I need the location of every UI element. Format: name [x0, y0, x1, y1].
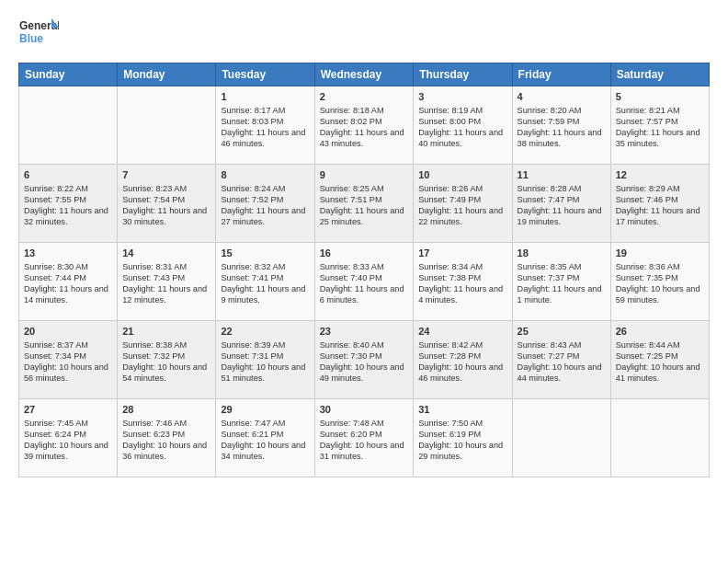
day-cell: 22Sunrise: 8:39 AM Sunset: 7:31 PM Dayli…: [216, 321, 314, 399]
day-info: Sunrise: 8:19 AM Sunset: 8:00 PM Dayligh…: [418, 106, 506, 150]
day-cell: 26Sunrise: 8:44 AM Sunset: 7:25 PM Dayli…: [610, 321, 709, 399]
day-info: Sunrise: 8:32 AM Sunset: 7:41 PM Dayligh…: [221, 262, 309, 306]
day-number: 8: [221, 168, 309, 182]
col-header-monday: Monday: [118, 63, 216, 86]
day-number: 9: [320, 168, 409, 182]
day-info: Sunrise: 7:48 AM Sunset: 6:20 PM Dayligh…: [320, 419, 409, 463]
day-cell: 29Sunrise: 7:47 AM Sunset: 6:21 PM Dayli…: [216, 399, 314, 477]
logo: General Blue: [18, 15, 59, 55]
day-cell: 2Sunrise: 8:18 AM Sunset: 8:02 PM Daylig…: [314, 86, 414, 165]
day-info: Sunrise: 8:40 AM Sunset: 7:30 PM Dayligh…: [320, 340, 409, 385]
day-info: Sunrise: 8:44 AM Sunset: 7:25 PM Dayligh…: [616, 340, 704, 385]
day-info: Sunrise: 8:39 AM Sunset: 7:31 PM Dayligh…: [221, 340, 309, 385]
day-cell: 13Sunrise: 8:30 AM Sunset: 7:44 PM Dayli…: [19, 243, 118, 321]
day-number: 13: [24, 247, 112, 260]
day-cell: 11Sunrise: 8:28 AM Sunset: 7:47 PM Dayli…: [512, 165, 610, 243]
day-cell: 7Sunrise: 8:23 AM Sunset: 7:54 PM Daylig…: [118, 165, 216, 243]
day-number: 24: [418, 325, 506, 339]
page: General Blue SundayMondayTuesdayWednesda…: [0, 0, 728, 563]
week-row-2: 6Sunrise: 8:22 AM Sunset: 7:55 PM Daylig…: [19, 165, 710, 243]
day-number: 18: [518, 247, 606, 260]
day-info: Sunrise: 8:17 AM Sunset: 8:03 PM Dayligh…: [221, 106, 309, 150]
day-number: 30: [320, 403, 409, 417]
day-number: 7: [122, 168, 210, 182]
col-header-saturday: Saturday: [610, 63, 709, 86]
day-number: 21: [122, 325, 210, 339]
col-header-sunday: Sunday: [19, 63, 118, 86]
day-info: Sunrise: 7:50 AM Sunset: 6:19 PM Dayligh…: [418, 419, 506, 463]
day-cell: 16Sunrise: 8:33 AM Sunset: 7:40 PM Dayli…: [314, 243, 414, 321]
day-number: 2: [320, 90, 409, 104]
week-row-4: 20Sunrise: 8:37 AM Sunset: 7:34 PM Dayli…: [19, 321, 710, 399]
day-cell: 14Sunrise: 8:31 AM Sunset: 7:43 PM Dayli…: [118, 243, 216, 321]
day-info: Sunrise: 7:45 AM Sunset: 6:24 PM Dayligh…: [24, 419, 112, 463]
day-info: Sunrise: 8:33 AM Sunset: 7:40 PM Dayligh…: [320, 262, 409, 306]
day-number: 29: [221, 403, 309, 417]
col-header-thursday: Thursday: [414, 63, 512, 86]
day-cell: 21Sunrise: 8:38 AM Sunset: 7:32 PM Dayli…: [118, 321, 216, 399]
day-number: 19: [616, 247, 704, 260]
day-cell: 4Sunrise: 8:20 AM Sunset: 7:59 PM Daylig…: [512, 86, 610, 165]
day-cell: 3Sunrise: 8:19 AM Sunset: 8:00 PM Daylig…: [414, 86, 512, 165]
day-number: 15: [221, 247, 309, 260]
day-info: Sunrise: 8:31 AM Sunset: 7:43 PM Dayligh…: [122, 262, 210, 306]
day-number: 3: [418, 90, 506, 104]
day-cell: 28Sunrise: 7:46 AM Sunset: 6:23 PM Dayli…: [118, 399, 216, 477]
day-cell: 12Sunrise: 8:29 AM Sunset: 7:46 PM Dayli…: [610, 165, 709, 243]
day-info: Sunrise: 8:23 AM Sunset: 7:54 PM Dayligh…: [122, 184, 210, 228]
day-cell: 23Sunrise: 8:40 AM Sunset: 7:30 PM Dayli…: [314, 321, 414, 399]
day-info: Sunrise: 8:38 AM Sunset: 7:32 PM Dayligh…: [122, 340, 210, 385]
day-info: Sunrise: 8:22 AM Sunset: 7:55 PM Dayligh…: [24, 184, 112, 228]
day-number: 26: [616, 325, 704, 339]
day-cell: 19Sunrise: 8:36 AM Sunset: 7:35 PM Dayli…: [610, 243, 709, 321]
day-number: 27: [24, 403, 112, 417]
col-header-friday: Friday: [512, 63, 610, 86]
day-info: Sunrise: 8:30 AM Sunset: 7:44 PM Dayligh…: [24, 262, 112, 306]
day-number: 16: [320, 247, 409, 260]
day-cell: 5Sunrise: 8:21 AM Sunset: 7:57 PM Daylig…: [610, 86, 709, 165]
day-info: Sunrise: 8:20 AM Sunset: 7:59 PM Dayligh…: [518, 106, 606, 150]
day-number: 10: [418, 168, 506, 182]
day-info: Sunrise: 7:47 AM Sunset: 6:21 PM Dayligh…: [221, 419, 309, 463]
svg-text:Blue: Blue: [19, 32, 43, 45]
day-cell: 8Sunrise: 8:24 AM Sunset: 7:52 PM Daylig…: [216, 165, 314, 243]
day-cell: 10Sunrise: 8:26 AM Sunset: 7:49 PM Dayli…: [414, 165, 512, 243]
day-cell: 27Sunrise: 7:45 AM Sunset: 6:24 PM Dayli…: [19, 399, 118, 477]
day-info: Sunrise: 8:37 AM Sunset: 7:34 PM Dayligh…: [24, 340, 112, 385]
day-info: Sunrise: 8:26 AM Sunset: 7:49 PM Dayligh…: [418, 184, 506, 228]
col-header-wednesday: Wednesday: [314, 63, 414, 86]
day-cell: [118, 86, 216, 165]
day-cell: 25Sunrise: 8:43 AM Sunset: 7:27 PM Dayli…: [512, 321, 610, 399]
day-info: Sunrise: 8:43 AM Sunset: 7:27 PM Dayligh…: [518, 340, 606, 385]
day-number: 4: [518, 90, 606, 104]
day-number: 17: [418, 247, 506, 260]
header: General Blue: [18, 15, 710, 55]
day-cell: 9Sunrise: 8:25 AM Sunset: 7:51 PM Daylig…: [314, 165, 414, 243]
day-cell: 15Sunrise: 8:32 AM Sunset: 7:41 PM Dayli…: [216, 243, 314, 321]
day-info: Sunrise: 8:42 AM Sunset: 7:28 PM Dayligh…: [418, 340, 506, 385]
day-info: Sunrise: 8:36 AM Sunset: 7:35 PM Dayligh…: [616, 262, 704, 306]
day-info: Sunrise: 8:35 AM Sunset: 7:37 PM Dayligh…: [518, 262, 606, 306]
logo-svg: General Blue: [18, 15, 59, 55]
day-cell: 6Sunrise: 8:22 AM Sunset: 7:55 PM Daylig…: [19, 165, 118, 243]
day-number: 1: [221, 90, 309, 104]
col-header-tuesday: Tuesday: [216, 63, 314, 86]
day-cell: 24Sunrise: 8:42 AM Sunset: 7:28 PM Dayli…: [414, 321, 512, 399]
day-info: Sunrise: 8:28 AM Sunset: 7:47 PM Dayligh…: [518, 184, 606, 228]
day-number: 11: [518, 168, 606, 182]
day-cell: 18Sunrise: 8:35 AM Sunset: 7:37 PM Dayli…: [512, 243, 610, 321]
day-cell: 17Sunrise: 8:34 AM Sunset: 7:38 PM Dayli…: [414, 243, 512, 321]
day-cell: [512, 399, 610, 477]
day-number: 22: [221, 325, 309, 339]
day-number: 6: [24, 168, 112, 182]
day-number: 28: [122, 403, 210, 417]
day-number: 25: [518, 325, 606, 339]
day-number: 20: [24, 325, 112, 339]
day-number: 12: [616, 168, 704, 182]
calendar-table: SundayMondayTuesdayWednesdayThursdayFrid…: [18, 63, 710, 477]
day-info: Sunrise: 7:46 AM Sunset: 6:23 PM Dayligh…: [122, 419, 210, 463]
day-number: 14: [122, 247, 210, 260]
day-info: Sunrise: 8:34 AM Sunset: 7:38 PM Dayligh…: [418, 262, 506, 306]
day-number: 31: [418, 403, 506, 417]
week-row-5: 27Sunrise: 7:45 AM Sunset: 6:24 PM Dayli…: [19, 399, 710, 477]
